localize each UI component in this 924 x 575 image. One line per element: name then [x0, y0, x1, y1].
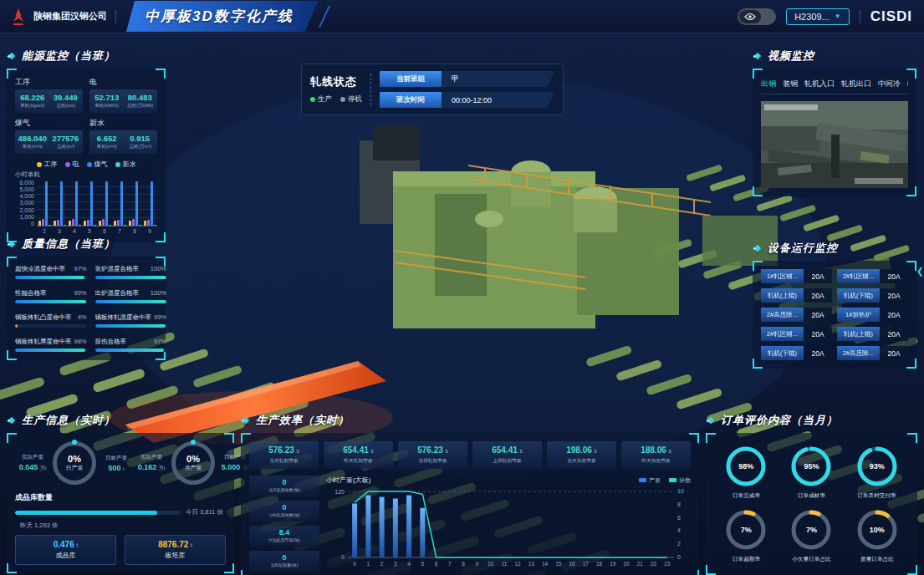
diamond-icon: [241, 415, 251, 425]
svg-text:10: 10: [677, 488, 684, 494]
target-output: 目标产量 500 t: [99, 455, 134, 472]
order-ring-label: 订单及时交付率: [858, 491, 897, 500]
svg-text:13: 13: [528, 561, 535, 567]
quality-items: 超快冷温度命中率 97% 装炉温度合格率 100%: [15, 265, 157, 352]
quality-item: 钢板终轧温度命中率 99%: [95, 313, 167, 328]
device-label: 2#轧区辅...: [761, 327, 804, 341]
energy-group-name: 电: [89, 77, 157, 88]
video-tab[interactable]: 电加热: [907, 77, 908, 94]
efficiency-mini-stat: 0 当天轧制块数(块): [249, 476, 319, 496]
video-tab[interactable]: 出钢: [761, 77, 776, 94]
production-panel: 生产信息（实时） 实际产量 0.045 万t 0% 日产量 目标产量 500 t: [7, 413, 234, 573]
energy-label: 单耗(kgce/t): [18, 103, 47, 109]
status-pill-value: 甲: [442, 71, 554, 87]
energy-label: 总耗(万m³): [125, 144, 154, 150]
quality-label: 钢板终轧厚度命中率: [15, 338, 72, 346]
quality-item: 性能合格率 99%: [15, 289, 87, 303]
energy-metric: 6.652 单耗(m³/t): [90, 134, 124, 150]
quality-item: 钢板终轧厚度命中率 98%: [15, 338, 87, 352]
diamond-icon: [706, 415, 716, 425]
line-status-panel: 轧线状态 生产停机 当前班组 甲 班次时间 00:00-12:00: [301, 64, 564, 115]
hourly-chart-title: 小时产量(大板): [326, 476, 370, 485]
quality-item-top: 探伤合格率 97%: [95, 338, 167, 346]
heat-number-value: H2309...: [794, 12, 830, 22]
target-output-label: 目标产量: [99, 455, 134, 462]
chevron-down-icon: ▼: [835, 13, 841, 20]
quality-value: 97%: [154, 338, 166, 346]
quality-bar-track: [15, 349, 87, 352]
efficiency-stats: 576.23 s 当天轧制节奏 654.41 s 昨天轧制节奏 576.23 s…: [249, 441, 691, 469]
video-tab[interactable]: 装钢: [783, 77, 798, 94]
energy-group: 工序 68.226 单耗(kgce/t) 39.449 总耗(tce): [15, 77, 83, 113]
svg-text:3: 3: [394, 561, 397, 567]
mini-stat-value: 8.4: [251, 528, 318, 537]
video-feed[interactable]: [761, 101, 908, 188]
legend-item: 煤气: [87, 160, 108, 169]
quality-bar-track: [95, 300, 167, 303]
energy-value: 6.652: [90, 134, 124, 143]
energy-value: 52.713: [90, 93, 124, 102]
line-status-left: 轧线状态 生产停机: [310, 74, 362, 104]
quality-value: 99%: [154, 313, 166, 322]
video-tab[interactable]: 轧机出口: [841, 77, 871, 94]
device-cell: 轧机(下辊) 20A: [837, 288, 908, 303]
efficiency-stat-label: 当班轧制节奏: [404, 458, 462, 465]
energy-chart-plot: [37, 180, 157, 226]
svg-text:1: 1: [367, 561, 370, 567]
orders-panel-title: 订单评价内容（当月）: [721, 413, 838, 428]
energy-label: 总耗(万kWh): [125, 103, 154, 109]
quality-value: 4%: [78, 313, 87, 322]
svg-text:18: 18: [596, 561, 603, 567]
quality-item-top: 超快冷温度命中率 97%: [15, 265, 87, 273]
company-name: 陕钢集团汉钢公司: [33, 10, 107, 23]
svg-text:7: 7: [448, 561, 452, 567]
energy-metric: 277576 总耗(m³): [49, 134, 83, 150]
devices-panel-header: 设备运行监控: [753, 241, 916, 256]
efficiency-stat-value: 654.41 s: [325, 445, 391, 455]
svg-text:5: 5: [421, 561, 425, 567]
visibility-toggle[interactable]: [738, 8, 776, 25]
quality-panel-title: 质量信息（当班）: [22, 237, 115, 252]
video-tab[interactable]: 轧机入口: [804, 77, 835, 94]
quality-label: 出炉温度合格率: [95, 289, 140, 298]
actual-output-label: 实际产量: [134, 454, 169, 461]
svg-text:0: 0: [353, 561, 356, 567]
efficiency-stat-value: 188.06 s: [623, 445, 689, 455]
daily-output-ring: 0% 日产量: [53, 441, 96, 485]
warehouse-label: 板坯库: [166, 551, 186, 560]
efficiency-stat-label: 昨天加热节奏: [627, 458, 686, 465]
energy-panel-header: 能源监控（当班）: [7, 48, 166, 64]
quality-item: 探伤合格率 97%: [95, 338, 167, 352]
stock-bars: 今日 3,811 块 昨天 1,293 块: [15, 508, 226, 530]
device-label: 轧机(下辊): [837, 288, 880, 303]
device-cell: 2#高压除... 20A: [837, 346, 908, 360]
legend-label: 产量: [649, 477, 661, 483]
status-dot: [310, 97, 315, 102]
order-ring-label: 订单完成率: [733, 491, 760, 500]
svg-text:120: 120: [334, 489, 345, 495]
quality-bar-fill: [95, 300, 167, 303]
device-list: 1#轧区辅... 20A 2#轧区辅... 20A 轧机(上辊) 20A 轧机(…: [761, 269, 908, 360]
quality-value: 97%: [74, 265, 87, 273]
panel-collapse-handle[interactable]: ❮: [916, 266, 924, 277]
legend-label: 新水: [123, 160, 136, 168]
svg-text:0: 0: [677, 554, 681, 560]
mini-stat-value: 0: [251, 478, 318, 486]
stock-bar-row: 昨天 1,293 块: [15, 522, 226, 530]
quality-bar-track: [95, 276, 167, 279]
device-current-value: 20A: [804, 308, 832, 322]
order-ring-value: 7%: [789, 508, 833, 552]
warehouse-value: 8876.72 t: [158, 540, 192, 549]
status-pill-key: 当前班组: [380, 71, 442, 87]
energy-chart-legend: 工序电煤气新水: [15, 160, 157, 169]
quality-label: 钢板终轧温度命中率: [95, 313, 152, 322]
order-ring: 95% 订单成材率: [779, 445, 843, 500]
order-ring: 93% 订单及时交付率: [845, 445, 909, 500]
heat-number-select[interactable]: H2309... ▼: [786, 8, 850, 25]
efficiency-panel-header: 生产效率（实时）: [241, 413, 699, 428]
quality-panel: 质量信息（当班） 超快冷温度命中率 97% 装炉温度合格率: [7, 237, 166, 360]
order-ring-graphic: 95%: [789, 445, 833, 488]
quality-bar-track: [15, 276, 87, 279]
video-tab[interactable]: 中间冷: [878, 77, 901, 94]
status-divider: [370, 74, 371, 105]
